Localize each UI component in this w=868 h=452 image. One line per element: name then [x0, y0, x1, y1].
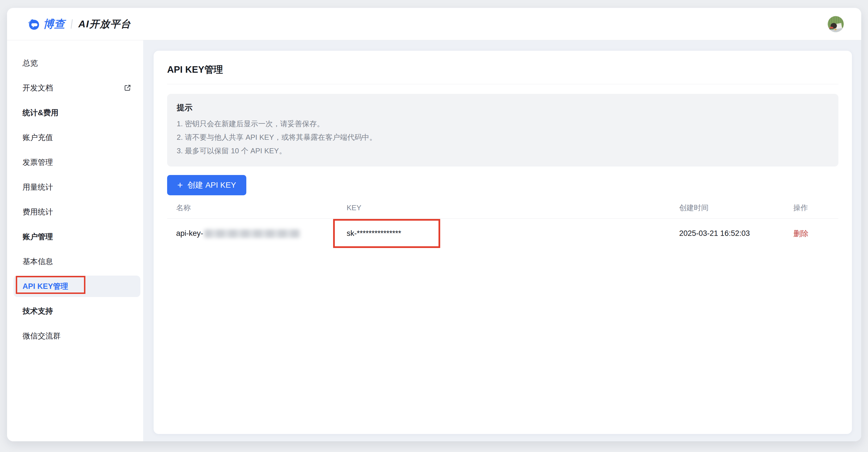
column-header-actions: 操作: [784, 201, 838, 215]
key-cell: sk-***************: [338, 219, 670, 248]
tip-item-2: 2. 请不要与他人共享 API KEY，或将其暴露在客户端代码中。: [177, 130, 829, 144]
sidebar-item-overview[interactable]: 总览: [7, 51, 143, 75]
sidebar-item-label: 账户充值: [23, 132, 53, 142]
user-avatar[interactable]: [828, 16, 844, 32]
top-header: 博查 AI开放平台: [7, 8, 861, 40]
table-header-row: 名称 KEY 创建时间 操作: [167, 201, 838, 215]
column-header-created-at: 创建时间: [670, 201, 784, 215]
bocha-logo-icon: [27, 18, 40, 30]
page-title: API KEY管理: [167, 63, 838, 76]
column-header-key: KEY: [338, 201, 670, 215]
sidebar-item-invoice-management[interactable]: 发票管理: [7, 150, 143, 175]
tip-item-1: 1. 密钥只会在新建后显示一次，请妥善保存。: [177, 117, 829, 130]
delete-link[interactable]: 删除: [793, 229, 809, 239]
redacted-name-blur: [204, 229, 300, 238]
create-api-key-button[interactable]: + 创建 API KEY: [167, 175, 246, 195]
column-header-name: 名称: [167, 201, 338, 215]
api-key-panel: API KEY管理 提示 1. 密钥只会在新建后显示一次，请妥善保存。 2. 请…: [154, 51, 852, 434]
sidebar-item-label: 费用统计: [23, 207, 53, 217]
brand: 博查 AI开放平台: [27, 17, 131, 31]
masked-key-value: sk-***************: [347, 229, 401, 238]
content-background: API KEY管理 提示 1. 密钥只会在新建后显示一次，请妥善保存。 2. 请…: [143, 40, 861, 441]
sidebar-item-label: API KEY管理: [23, 281, 68, 291]
sidebar-item-cost-stats[interactable]: 费用统计: [7, 199, 143, 224]
api-key-name-prefix: api-key-: [176, 229, 203, 238]
sidebar-item-basic-info[interactable]: 基本信息: [7, 249, 143, 274]
sidebar: 总览 开发文档 统计&费用 账户充值 发票管理 用量统计: [7, 40, 143, 441]
sidebar-item-label: 微信交流群: [23, 331, 61, 341]
tip-item-3: 3. 最多可以保留 10 个 API KEY。: [177, 144, 829, 158]
sidebar-item-label: 用量统计: [23, 182, 53, 192]
sidebar-item-usage-stats[interactable]: 用量统计: [7, 175, 143, 199]
sidebar-item-account-recharge[interactable]: 账户充值: [7, 125, 143, 150]
brand-name: 博查: [43, 17, 65, 31]
sidebar-section-account-management: 账户管理: [7, 224, 143, 249]
sidebar-item-label: 基本信息: [23, 256, 53, 266]
tips-title: 提示: [177, 102, 829, 113]
sidebar-section-tech-support: 技术支持: [7, 299, 143, 323]
sidebar-section-label: 统计&费用: [23, 108, 59, 118]
app-window: 博查 AI开放平台: [7, 8, 861, 441]
external-link-icon: [124, 84, 131, 92]
brand-divider: [71, 19, 73, 29]
sidebar-item-label: 总览: [23, 58, 38, 68]
sidebar-section-label: 账户管理: [23, 232, 53, 242]
sidebar-item-api-key-management[interactable]: API KEY管理: [13, 276, 141, 297]
created-at-cell: 2025-03-21 16:52:03: [670, 219, 784, 248]
sidebar-item-wechat-group[interactable]: 微信交流群: [7, 323, 143, 348]
actions-cell: 删除: [784, 219, 838, 248]
title-divider: [167, 84, 838, 84]
sidebar-item-dev-docs[interactable]: 开发文档: [7, 75, 143, 100]
tips-box: 提示 1. 密钥只会在新建后显示一次，请妥善保存。 2. 请不要与他人共享 AP…: [167, 94, 838, 166]
api-key-table-row: api-key- sk-*************** 2025-03-21 1…: [167, 219, 838, 248]
create-api-key-label: 创建 API KEY: [187, 180, 236, 191]
name-cell: api-key-: [167, 219, 338, 248]
sidebar-item-label: 开发文档: [23, 83, 53, 93]
sidebar-section-label: 技术支持: [23, 306, 53, 316]
platform-title: AI开放平台: [79, 18, 131, 31]
sidebar-item-label: 发票管理: [23, 157, 53, 167]
plus-icon: +: [177, 180, 183, 190]
sidebar-section-stats-fees: 统计&费用: [7, 100, 143, 125]
